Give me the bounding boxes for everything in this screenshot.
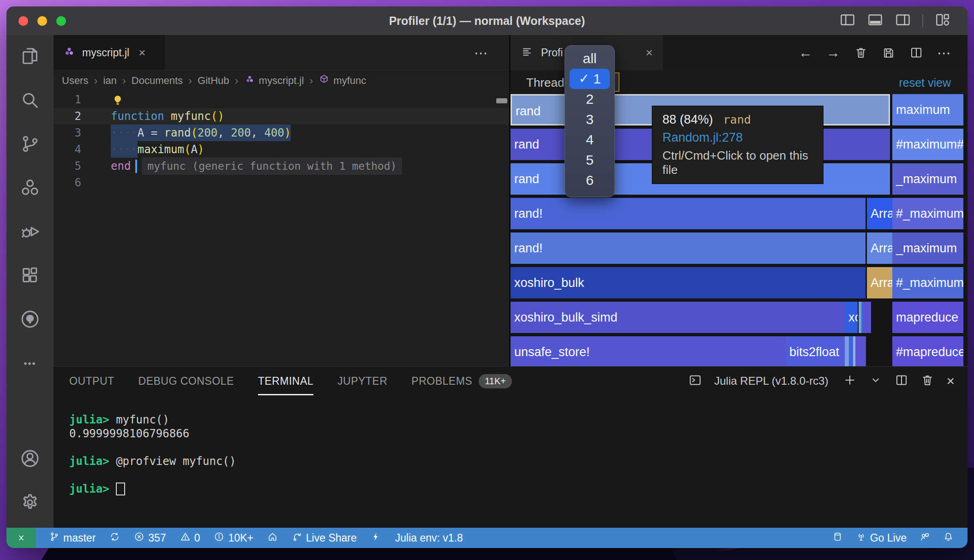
sidebar-item-run-debug[interactable] (6, 210, 54, 254)
toggle-primary-sidebar-icon[interactable] (839, 12, 856, 30)
status-go-live[interactable]: Go Live (856, 531, 907, 545)
status-warnings[interactable]: 0 (180, 531, 200, 545)
status-live-share[interactable]: Live Share (292, 531, 357, 545)
breadcrumb-item-myfunc[interactable]: myfunc (319, 74, 366, 88)
breadcrumb-item-github[interactable]: GitHub (198, 75, 229, 87)
flame-cell--mapreduce[interactable]: #mapreduce (892, 336, 963, 366)
status-julia-env[interactable]: Julia env: v1.8 (395, 532, 463, 544)
sidebar-item-julia[interactable] (6, 167, 54, 210)
status-errors[interactable]: 357 (134, 531, 166, 545)
terminal-output[interactable]: julia> myfunc()0.9999998106796866 julia>… (69, 413, 958, 524)
thread-option-1[interactable]: ✓1 (570, 69, 610, 89)
thread-option-3[interactable]: 3 (565, 109, 614, 130)
flame-cell--maximum[interactable]: _maximum (892, 163, 963, 195)
flame-cell--maximum-[interactable]: #maximum# (892, 129, 963, 160)
code-line-2[interactable]: 2function myfunc() (54, 108, 509, 125)
code-editor[interactable]: 12function myfunc()3····A = rand(200, 20… (54, 91, 509, 366)
split-terminal-button[interactable] (895, 373, 908, 389)
reset-view-link[interactable]: reset view (899, 70, 951, 95)
thread-option-6[interactable]: 6 (565, 170, 614, 191)
kill-terminal-button[interactable] (920, 373, 934, 389)
flame-cell-arra[interactable]: Arra (867, 232, 892, 264)
flame-cell-unsafe-store-[interactable]: unsafe_store! (511, 336, 786, 366)
flame-cell-bits2float[interactable]: bits2float (786, 336, 845, 366)
profiler-tab-close-icon[interactable]: × (646, 46, 653, 60)
breadcrumb-item-myscript-jl[interactable]: myscript.jl (244, 74, 304, 88)
code-line-1[interactable]: 1 (54, 91, 509, 108)
status-notifications[interactable] (943, 531, 954, 545)
editor-scrollbar-thumb[interactable] (496, 98, 507, 103)
code-line-3[interactable]: 3····A = rand(200, 200, 400) (54, 125, 509, 141)
tab-close-icon[interactable]: × (138, 46, 145, 60)
thread-option-4[interactable]: 4 (565, 130, 614, 150)
thread-option-5[interactable]: 5 (565, 150, 614, 170)
flame-cell-xc[interactable]: xc (845, 302, 858, 333)
flame-cell-xoshiro-bulk-simd[interactable]: xoshiro_bulk_simd (511, 302, 845, 333)
flame-cell-xoshiro-bulk[interactable]: xoshiro_bulk (511, 267, 866, 298)
status-feedback[interactable] (920, 531, 930, 545)
close-panel-button[interactable]: × (946, 373, 955, 389)
flame-cell---maximum[interactable]: #_maximum (892, 267, 963, 298)
customize-layout-icon[interactable] (934, 12, 951, 30)
sidebar-item-more-views[interactable]: ••• (6, 342, 54, 386)
status-home[interactable] (267, 531, 278, 545)
toggle-panel-icon[interactable] (867, 12, 884, 30)
status-infos[interactable]: 10K+ (214, 531, 253, 545)
thread-option-all[interactable]: all (565, 48, 614, 69)
terminal-picker-button[interactable] (869, 373, 883, 389)
flame-row-6: xoshiro_bulkArra#_maximum (511, 267, 968, 298)
panel-tab-jupyter[interactable]: JUPYTER (337, 367, 387, 395)
gear-icon (19, 492, 41, 515)
sidebar-item-search[interactable] (6, 79, 54, 123)
sidebar-item-source-control[interactable] (6, 123, 54, 167)
status-database[interactable] (832, 531, 843, 545)
forward-button[interactable]: → (826, 45, 840, 60)
flame-cell-arra[interactable]: Arra (867, 198, 892, 229)
flame-cell--maximum[interactable]: _maximum (892, 232, 963, 264)
flame-cell[interactable] (855, 336, 866, 366)
status-sync-changes[interactable] (109, 531, 120, 545)
split-editor-button[interactable] (909, 46, 923, 60)
thread-option-2[interactable]: 2 (565, 89, 614, 109)
sidebar-item-accounts[interactable] (6, 437, 54, 481)
panel-tab-problems[interactable]: PROBLEMS11K+ (411, 367, 512, 395)
breadcrumb-item-ian[interactable]: ian (103, 75, 116, 87)
panel-tab-debug-console[interactable]: DEBUG CONSOLE (138, 367, 234, 395)
back-button[interactable]: ← (799, 45, 812, 60)
flame-cell-mapreduce[interactable]: mapreduce (892, 302, 963, 333)
breadcrumb-item-documents[interactable]: Documents (132, 75, 183, 87)
editor-actions-more-icon[interactable]: ⋯ (474, 35, 489, 70)
tooltip-file-link[interactable]: Random.jl:278 (662, 131, 813, 145)
flame-cell-maximum[interactable]: maximum (892, 94, 963, 125)
flame-cell---maximum[interactable]: #_maximum (892, 198, 963, 229)
panel-tab-output[interactable]: OUTPUT (69, 367, 114, 395)
more-actions-button[interactable]: ⋯ (937, 45, 951, 61)
code-line-4[interactable]: 4····maximum(A) (54, 141, 509, 158)
code-line-5[interactable]: 5endmyfunc (generic function with 1 meth… (54, 158, 509, 174)
remote-indicator[interactable] (6, 528, 36, 548)
sidebar-item-settings[interactable] (6, 481, 54, 525)
panel-tab-terminal[interactable]: TERMINAL (258, 367, 313, 395)
julia-circles-icon (19, 177, 41, 200)
code-line-6[interactable]: 6 (54, 174, 509, 191)
lightbulb-icon[interactable] (111, 94, 125, 107)
save-profile-button[interactable] (882, 46, 896, 60)
sidebar-item-extensions[interactable] (6, 254, 54, 298)
sidebar-item-explorer[interactable] (6, 35, 54, 79)
terminal-cursor (116, 483, 125, 495)
clear-profile-button[interactable] (854, 46, 868, 60)
flame-cell-arra[interactable]: Arra (867, 267, 892, 298)
flame-cell-rand-[interactable]: rand! (511, 232, 866, 264)
breadcrumb-separator: › (94, 74, 97, 87)
flame-cell[interactable] (864, 302, 871, 333)
flame-cell-rand-[interactable]: rand! (511, 198, 866, 229)
breadcrumb-item-users[interactable]: Users (62, 75, 88, 87)
tab-myscript[interactable]: myscript.jl × (54, 35, 164, 70)
status-julia-power[interactable] (371, 531, 381, 545)
status-git-branch[interactable]: master (49, 531, 96, 545)
toggle-secondary-sidebar-icon[interactable] (895, 12, 911, 30)
feedback-icon (920, 531, 930, 545)
new-terminal-button[interactable] (843, 373, 857, 389)
sidebar-item-github[interactable] (6, 298, 54, 342)
terminal-line: julia> myfunc() (69, 413, 958, 427)
